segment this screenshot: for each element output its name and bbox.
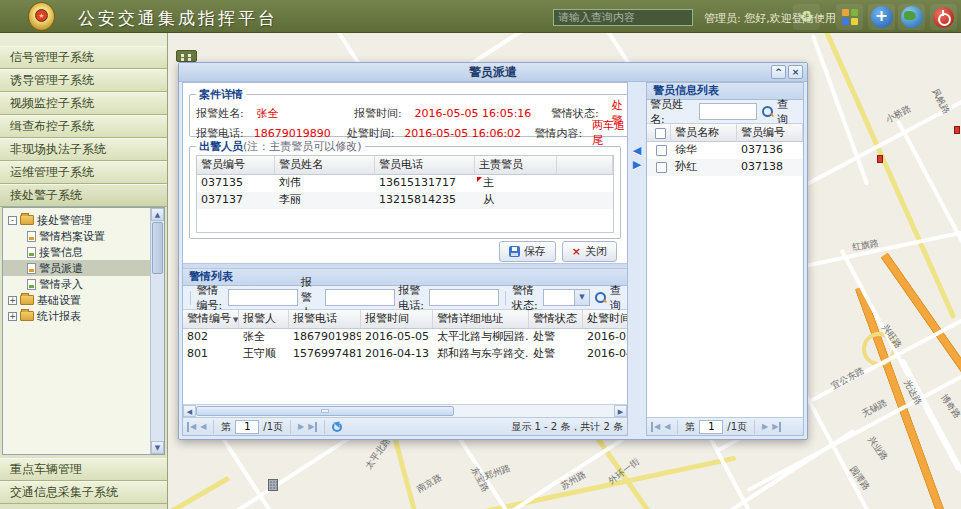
cell-lead-flag[interactable]: 主: [475, 175, 557, 192]
checkbox-icon[interactable]: [656, 145, 667, 156]
close-button[interactable]: × 关闭: [562, 241, 617, 262]
cell-officer-name: 徐华: [671, 142, 737, 159]
close-icon[interactable]: ×: [788, 65, 803, 79]
refresh-icon[interactable]: [332, 422, 342, 432]
logout-button[interactable]: [930, 4, 957, 30]
alarm-row[interactable]: 802 张全 18679019890 2016-05-05 16:... 太平北…: [183, 329, 627, 346]
case-details-fieldset: 案件详情 报警姓名: 张全 报警时间: 2016-05-05 16:05:16 …: [189, 87, 628, 137]
horizontal-scrollbar[interactable]: ◀ ▶: [183, 404, 627, 417]
officer-grid-header[interactable]: 警员名称 警员编号: [647, 124, 803, 142]
collapse-minus-icon[interactable]: -: [8, 216, 17, 225]
sidebar-item-offsite[interactable]: 非现场执法子系统: [0, 138, 167, 161]
map-building-icon: [268, 479, 278, 491]
tree-node-basic-settings[interactable]: + 基础设置: [3, 292, 164, 308]
sidebar-item-guidance[interactable]: 诱导管理子系统: [0, 69, 167, 92]
column-header[interactable]: 警员编号: [197, 156, 275, 174]
map-road-label: 风帆路: [928, 87, 952, 117]
expand-plus-icon[interactable]: +: [8, 296, 17, 305]
column-header[interactable]: 警员姓名: [275, 156, 375, 174]
pagination-status: 显示 1 - 2 条，共计 2 条: [511, 420, 623, 434]
officer-row[interactable]: 徐华 037136: [647, 142, 803, 159]
checkbox-icon[interactable]: [656, 162, 667, 173]
last-page-icon[interactable]: ▶: [308, 422, 317, 432]
dispatch-row[interactable]: 037135 刘伟 13615131717 主: [197, 175, 613, 192]
page-prefix: 第: [685, 420, 695, 434]
sidebar-item-video[interactable]: 视频监控子系统: [0, 92, 167, 115]
alarm-pagination-bar: ◀ ◀ 第 /1页 ▶ ▶ 显示 1 - 2 条，共计 2 条: [183, 417, 627, 435]
column-header[interactable]: 警员电话: [375, 156, 475, 174]
officer-search-button[interactable]: 查询: [760, 97, 800, 127]
sidebar-item-dispatch-system[interactable]: 接处警子系统: [0, 184, 167, 207]
column-header[interactable]: 警情状态: [529, 310, 583, 328]
collapse-icon[interactable]: ^: [771, 65, 786, 79]
tree-leaf-dispatch-selected[interactable]: 警员派遣: [3, 260, 164, 276]
dispatch-grid-header[interactable]: 警员编号 警员姓名 警员电话 主责警员: [197, 156, 613, 175]
scrollbar-thumb[interactable]: [196, 406, 454, 416]
page-icon: [27, 263, 36, 274]
column-header-sorted[interactable]: 警情编号▼: [183, 310, 239, 328]
cell-lead-flag[interactable]: 从: [475, 192, 557, 209]
column-header[interactable]: 报警电话: [289, 310, 361, 328]
column-header[interactable]: 警员编号: [737, 124, 803, 142]
next-page-icon[interactable]: ▶: [762, 422, 768, 432]
transfer-left-arrow[interactable]: ◀: [628, 144, 646, 158]
map-mode-button[interactable]: [898, 4, 925, 30]
alarm-search-button[interactable]: 查询: [593, 283, 623, 313]
tree-leaf-alarm-info[interactable]: 接警信息: [3, 244, 164, 260]
column-header[interactable]: 主责警员: [475, 156, 557, 174]
tree-leaf-alarm-entry[interactable]: 警情录入: [3, 276, 164, 292]
scroll-left-icon[interactable]: ◀: [183, 405, 196, 417]
sidebar-item-ops[interactable]: 运维管理子系统: [0, 161, 167, 184]
alarm-status-select[interactable]: ▼: [543, 289, 590, 306]
select-all-checkbox[interactable]: [647, 124, 671, 142]
last-page-icon[interactable]: ▶: [772, 422, 781, 432]
sidebar-item-inspection[interactable]: 缉查布控子系统: [0, 115, 167, 138]
column-header[interactable]: 警情详细地址: [433, 310, 529, 328]
next-page-icon[interactable]: ▶: [298, 422, 304, 432]
checkbox-icon[interactable]: [655, 128, 666, 139]
modules-button[interactable]: [836, 4, 863, 30]
caller-phone-input[interactable]: [429, 289, 499, 306]
alarm-grid-header[interactable]: 警情编号▼ 报警人 报警电话 报警时间 警情详细地址 警情状态 处警时间: [183, 310, 627, 329]
caller-name-input[interactable]: [325, 289, 395, 306]
first-page-icon[interactable]: ◀: [187, 422, 196, 432]
officer-row[interactable]: 孙红 037138: [647, 159, 803, 176]
transfer-right-arrow[interactable]: ▶: [628, 158, 646, 172]
map-panel-toggle-icon[interactable]: [176, 50, 197, 62]
scroll-up-icon[interactable]: ▲: [151, 208, 164, 221]
dispatch-row[interactable]: 037137 李丽 13215814235 从: [197, 192, 613, 209]
dialog-titlebar[interactable]: 警员派遣 ^ ×: [179, 63, 807, 82]
page-number-input[interactable]: [699, 420, 723, 434]
alarm-id-input[interactable]: [228, 289, 298, 306]
tree-leaf-archive[interactable]: 警情档案设置: [3, 228, 164, 244]
tree-node-reports[interactable]: + 统计报表: [3, 308, 164, 324]
global-search-input[interactable]: [553, 9, 693, 26]
chevron-down-icon[interactable]: ▼: [574, 290, 589, 305]
add-button[interactable]: +: [868, 4, 895, 30]
column-header[interactable]: 报警时间: [361, 310, 433, 328]
cell-officer-name: 刘伟: [275, 175, 375, 192]
prev-page-icon[interactable]: ◀: [664, 422, 670, 432]
sidebar-item-traffic-collection[interactable]: 交通信息采集子系统: [0, 481, 167, 504]
column-header[interactable]: 警员名称: [671, 124, 737, 142]
tree-scrollbar[interactable]: ▲ ▼: [150, 208, 164, 454]
prev-page-icon[interactable]: ◀: [200, 422, 206, 432]
sidebar-item-signal[interactable]: 信号管理子系统: [0, 46, 167, 69]
recycle-button[interactable]: ♻: [793, 4, 820, 30]
scrollbar-thumb[interactable]: [152, 222, 163, 274]
first-page-icon[interactable]: ◀: [651, 422, 660, 432]
alarm-row[interactable]: 801 王守顺 15769974813 2016-04-13 12:... 郑和…: [183, 346, 627, 363]
scroll-down-icon[interactable]: ▼: [151, 441, 164, 454]
column-header[interactable]: 处警时间: [583, 310, 627, 328]
tree-node-root[interactable]: - 接处警管理: [3, 212, 164, 228]
save-button[interactable]: 保存: [499, 241, 556, 262]
sidebar-item-key-vehicles[interactable]: 重点车辆管理: [0, 458, 167, 481]
expand-plus-icon[interactable]: +: [8, 312, 17, 321]
map-road-label: 兴业路: [864, 434, 890, 464]
cell: 2016-05-05 16:...: [361, 329, 433, 346]
officer-name-input[interactable]: [699, 103, 757, 120]
column-header[interactable]: 报警人: [239, 310, 289, 328]
scroll-right-icon[interactable]: ▶: [614, 405, 627, 417]
page-number-input[interactable]: [235, 420, 259, 434]
toolbar-separator: [190, 291, 191, 305]
